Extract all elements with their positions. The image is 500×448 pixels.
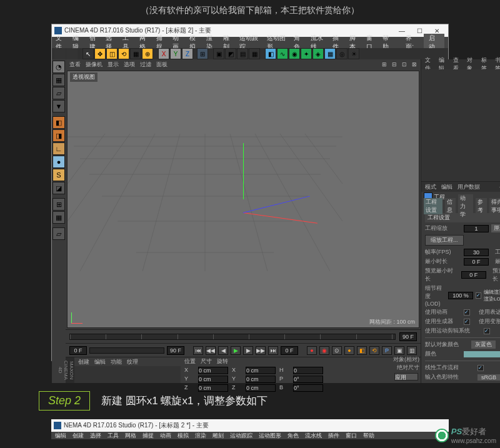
menu-item[interactable]: 捕捉 xyxy=(142,432,154,440)
size-x[interactable] xyxy=(246,367,276,374)
key-scale-button[interactable]: ◧ xyxy=(357,346,367,355)
prev-key-button[interactable]: ◀◀ xyxy=(206,346,216,355)
axis-x-toggle[interactable]: X xyxy=(158,48,169,59)
coord-tab[interactable]: 旋转 xyxy=(217,357,228,366)
axis-y-toggle[interactable]: Y xyxy=(170,48,181,59)
environment-button[interactable]: ▦ xyxy=(324,48,336,59)
point-mode[interactable]: ● xyxy=(52,156,65,168)
menu-item[interactable]: 流水线 xyxy=(305,432,322,440)
model-mode[interactable]: ◧ xyxy=(52,116,65,129)
size-mode-dropdown[interactable]: 绝对尺寸 xyxy=(397,364,419,372)
apply-button[interactable]: 应用 xyxy=(394,373,418,381)
linear-checkbox[interactable] xyxy=(478,365,484,371)
prop-tab[interactable]: 信息 xyxy=(445,198,456,214)
key-param-button[interactable]: P xyxy=(382,346,392,355)
texture-tool[interactable]: ▦ xyxy=(52,74,65,86)
menu-item[interactable]: 模拟 xyxy=(178,432,189,440)
menu-item[interactable]: 插件 xyxy=(328,432,339,440)
coord-system-button[interactable]: ⊞ xyxy=(197,48,208,59)
lod-field[interactable] xyxy=(448,292,473,299)
scale-project-button[interactable]: 缩放工程... xyxy=(425,235,464,246)
range-slider[interactable] xyxy=(89,347,164,354)
play-button[interactable]: ▶ xyxy=(231,346,241,355)
useanim-checkbox[interactable] xyxy=(464,309,470,316)
menu-item[interactable]: 窗口 xyxy=(346,432,357,440)
prevmin-field[interactable] xyxy=(461,271,486,279)
prop-tab[interactable]: 动力学 xyxy=(458,194,473,219)
prev-frame-button[interactable]: ◀ xyxy=(218,346,228,355)
lod-checkbox[interactable] xyxy=(476,292,481,299)
deformer-button[interactable]: ◈ xyxy=(312,48,324,59)
nurbs-button[interactable]: ◉ xyxy=(289,48,300,59)
snap-settings[interactable]: ▦ xyxy=(52,211,65,224)
scale-field[interactable] xyxy=(464,225,489,232)
coord-z[interactable] xyxy=(198,384,228,392)
current-frame-field[interactable] xyxy=(281,346,298,355)
lock-button[interactable]: ⊕ xyxy=(142,48,153,59)
poly-mode[interactable]: ◪ xyxy=(52,182,65,194)
range-end-field[interactable] xyxy=(167,346,184,355)
view-tab[interactable]: 查看 xyxy=(69,61,81,69)
camera-button[interactable]: ◎ xyxy=(336,48,348,59)
view-tab[interactable]: 摄像机 xyxy=(86,61,102,69)
usegen-checkbox[interactable] xyxy=(464,319,470,325)
usemotion-checkbox[interactable] xyxy=(484,328,490,334)
inputprofile-dropdown[interactable]: sRGB xyxy=(478,374,500,381)
menu-item[interactable]: 雕刻 xyxy=(212,432,224,440)
keyframe-selection-button[interactable]: ⊙ xyxy=(332,346,342,355)
attr-tab[interactable]: 用户数据 xyxy=(458,183,480,191)
size-y[interactable] xyxy=(246,376,276,383)
range-start-field[interactable] xyxy=(69,346,87,355)
render-settings-button[interactable]: ▦ xyxy=(249,48,260,59)
render-pv-button[interactable]: ▤ xyxy=(237,48,248,59)
mat-tab[interactable]: 纹理 xyxy=(127,358,138,366)
menu-item[interactable]: 选择 xyxy=(90,432,101,440)
live-select-tool[interactable]: ◔ xyxy=(52,61,65,73)
fps-field[interactable] xyxy=(464,249,489,256)
menu-item[interactable]: 网格 xyxy=(125,432,136,440)
axis-mode[interactable]: ∟ xyxy=(52,142,65,155)
timeline-track[interactable] xyxy=(66,329,421,343)
rot-p[interactable] xyxy=(293,376,323,383)
material-manager[interactable] xyxy=(74,366,181,383)
menu-item[interactable]: 渲染 xyxy=(195,432,206,440)
next-key-button[interactable]: ▶▶ xyxy=(256,346,266,355)
autokey-button[interactable]: ◉ xyxy=(319,346,329,355)
view-tab[interactable]: 面板 xyxy=(156,61,168,69)
light-button[interactable]: ☀ xyxy=(348,48,359,59)
coord-y[interactable] xyxy=(198,376,228,383)
viewport-nav-icon[interactable]: ⊟ xyxy=(392,61,397,67)
rotate-tool[interactable]: ⟲ xyxy=(118,48,129,59)
mat-tab[interactable]: 功能 xyxy=(111,358,122,366)
undo-button[interactable] xyxy=(54,48,66,59)
object-manager[interactable] xyxy=(421,69,500,182)
coord-mode-dropdown[interactable]: 对象(相对) xyxy=(393,356,419,364)
prop-tab[interactable]: 得办事项 xyxy=(489,198,500,214)
menu-item[interactable]: 帮助 xyxy=(363,432,374,440)
select-tool[interactable]: ↖ xyxy=(82,48,94,59)
generator-button[interactable]: ✦ xyxy=(301,48,312,59)
view-tab[interactable]: 显示 xyxy=(108,61,119,69)
workplane-tool[interactable]: ▱ xyxy=(52,87,65,99)
viewport-nav-icon[interactable]: ⊡ xyxy=(402,61,407,67)
timeline-ruler[interactable] xyxy=(69,334,396,340)
coord-tab[interactable]: 尺寸 xyxy=(201,357,212,366)
redo-button[interactable] xyxy=(66,48,78,59)
key-rot-button[interactable]: ⟲ xyxy=(369,346,379,355)
defcolor-dropdown[interactable]: 灰蓝色 xyxy=(471,341,496,349)
cube-button[interactable]: ◧ xyxy=(265,48,276,59)
snap-toggle[interactable]: ⊞ xyxy=(52,198,65,211)
workplane-button[interactable]: ▱ xyxy=(52,227,65,240)
view-tab[interactable]: 过滤 xyxy=(140,61,151,69)
mat-tab[interactable]: 创建 xyxy=(78,358,89,366)
attr-tab[interactable]: 模式 xyxy=(425,183,436,191)
prop-tab[interactable]: 参考 xyxy=(476,198,487,214)
attr-tab[interactable]: 编辑 xyxy=(441,183,452,191)
menu-item[interactable]: 编辑 xyxy=(55,432,66,440)
menu-item[interactable]: 创建 xyxy=(72,432,84,440)
key-pos-button[interactable]: ● xyxy=(344,346,354,355)
next-frame-button[interactable]: ▶ xyxy=(243,346,253,355)
goto-end-button[interactable]: ⏭ xyxy=(268,346,278,355)
menu-item[interactable]: 工具 xyxy=(108,432,119,440)
color-swatch[interactable] xyxy=(464,351,500,357)
